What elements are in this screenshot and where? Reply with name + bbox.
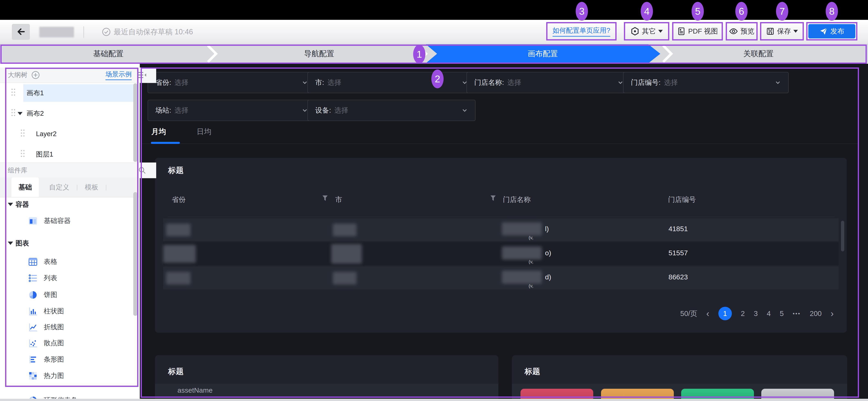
step-basic-config[interactable]: 基础配置 bbox=[0, 44, 217, 64]
annotation-badge-6: 6 bbox=[735, 2, 748, 21]
drag-handle-icon[interactable] bbox=[11, 109, 16, 118]
page-3[interactable]: 3 bbox=[754, 309, 757, 318]
page-5[interactable]: 5 bbox=[780, 309, 783, 318]
component-column-chart[interactable]: 柱状图 bbox=[0, 304, 139, 318]
tree-item-label: 画布2 bbox=[27, 109, 44, 118]
help-link[interactable]: 如何配置单页应用? bbox=[553, 26, 610, 37]
column-header-store-name[interactable]: 门店名称 bbox=[503, 195, 531, 205]
redaction-fragment: (v, bbox=[529, 283, 533, 288]
drag-handle-icon[interactable] bbox=[11, 88, 16, 98]
tree-item-layer1[interactable]: 图层1 bbox=[0, 146, 139, 163]
step-canvas-config-active[interactable]: 画布配置 bbox=[425, 44, 660, 64]
component-basic-container[interactable]: 基础容器 bbox=[0, 213, 139, 228]
component-scatter[interactable]: 散点图 bbox=[0, 336, 139, 350]
preview-button[interactable]: 预览 bbox=[728, 26, 755, 36]
column-header-province[interactable]: 省份 bbox=[172, 195, 186, 205]
floppy-save-icon bbox=[766, 27, 775, 36]
redacted-cell bbox=[333, 272, 356, 284]
prev-page-arrow[interactable]: ‹ bbox=[706, 308, 709, 319]
page-200[interactable]: 200 bbox=[810, 309, 822, 318]
table-scrollbar[interactable] bbox=[841, 221, 844, 251]
more-button[interactable]: 其它 bbox=[629, 26, 664, 36]
asset-name-label: assetName bbox=[178, 386, 213, 394]
tab-monthly-avg[interactable]: 月均 bbox=[151, 127, 166, 137]
filter-placeholder: 选择 bbox=[175, 106, 302, 115]
back-button[interactable] bbox=[12, 24, 30, 40]
help-link-annotation-box: 如何配置单页应用? bbox=[546, 22, 617, 40]
page-2[interactable]: 2 bbox=[741, 309, 745, 318]
filter-province[interactable]: 省份: 选择 bbox=[148, 72, 316, 93]
tree-item-layer2[interactable]: Layer2 bbox=[0, 125, 139, 143]
top-bar: 最近自动保存草稿 10:46 如何配置单页应用? 其它 PDF 视图 预览 bbox=[0, 20, 868, 44]
component-label: 基础容器 bbox=[44, 216, 71, 225]
save-label: 保存 bbox=[777, 27, 791, 36]
annotation-badge-2: 2 bbox=[431, 69, 444, 88]
pdf-document-icon bbox=[677, 27, 686, 36]
filter-funnel-icon[interactable] bbox=[490, 194, 496, 202]
filter-funnel-icon[interactable] bbox=[322, 194, 328, 202]
scene-example-link[interactable]: 场景示例 bbox=[105, 70, 132, 80]
save-button[interactable]: 保存 bbox=[765, 26, 799, 36]
section-container[interactable]: 容器 bbox=[0, 198, 139, 211]
page-1-active[interactable]: 1 bbox=[718, 307, 732, 320]
table-row[interactable]: d) (v, 86623 bbox=[163, 267, 839, 289]
column-header-city[interactable]: 市 bbox=[335, 195, 342, 205]
search-icon[interactable] bbox=[138, 166, 147, 175]
redacted-cell bbox=[333, 224, 356, 236]
status-button-row: 小时 维修 车辆 上链控 bbox=[512, 384, 847, 401]
next-page-arrow[interactable]: › bbox=[831, 308, 834, 319]
section-label: 容器 bbox=[16, 200, 29, 209]
column-header-store-number[interactable]: 门店编号 bbox=[668, 195, 696, 205]
filter-device[interactable]: 设备: 选择 bbox=[307, 100, 475, 121]
tree-item-canvas1[interactable]: 画布1 bbox=[0, 84, 139, 102]
collapse-list-icon[interactable] bbox=[137, 71, 147, 79]
add-canvas-icon[interactable] bbox=[31, 70, 40, 80]
annotation-badge-8: 8 bbox=[826, 2, 838, 21]
drag-handle-icon[interactable] bbox=[21, 129, 25, 139]
tree-item-label: 画布1 bbox=[27, 89, 44, 98]
component-line-chart[interactable]: 折线图 bbox=[0, 320, 139, 334]
chevron-down-icon bbox=[775, 80, 781, 86]
page-4[interactable]: 4 bbox=[767, 309, 771, 318]
chevron-down-icon bbox=[658, 30, 663, 33]
component-list[interactable]: 列表 bbox=[0, 271, 139, 285]
page-ellipsis[interactable]: ••• bbox=[793, 310, 801, 317]
caret-down-icon[interactable] bbox=[18, 112, 23, 115]
step-relation-config[interactable]: 关联配置 bbox=[675, 44, 842, 64]
filter-store-number[interactable]: 门店编号: 选择 bbox=[623, 72, 789, 93]
check-circle-icon bbox=[102, 27, 111, 36]
tab-daily-avg[interactable]: 日均 bbox=[197, 127, 211, 137]
save-annotation-box: 保存 bbox=[760, 22, 804, 40]
card-title: 标题 bbox=[168, 366, 184, 377]
component-label: 饼图 bbox=[44, 290, 57, 300]
drag-handle-icon[interactable] bbox=[21, 149, 25, 159]
filter-station[interactable]: 场站: 选择 bbox=[148, 100, 316, 121]
component-table[interactable]: 表格 bbox=[0, 254, 139, 269]
filter-city[interactable]: 市: 选择 bbox=[307, 72, 475, 93]
card-title: 标题 bbox=[168, 165, 184, 176]
table-row[interactable]: l) (v, 41851 bbox=[163, 218, 839, 241]
step-nav-config[interactable]: 导航配置 bbox=[217, 44, 421, 64]
filter-store-name[interactable]: 门店名称: 选择 bbox=[466, 72, 631, 93]
component-pie[interactable]: 饼图 bbox=[0, 287, 139, 302]
publish-button[interactable]: 发布 bbox=[808, 24, 855, 38]
scatter-icon bbox=[28, 338, 38, 349]
pdf-view-button[interactable]: PDF 视图 bbox=[676, 26, 719, 36]
tab-template[interactable]: 模板 bbox=[78, 177, 105, 197]
tree-item-canvas2[interactable]: 画布2 bbox=[0, 105, 139, 122]
library-scrollbar[interactable] bbox=[133, 192, 137, 316]
asset-name-row[interactable]: assetName bbox=[155, 384, 498, 397]
app-title-redacted bbox=[39, 27, 74, 37]
section-charts[interactable]: 图表 bbox=[0, 237, 139, 249]
filter-label: 门店名称: bbox=[474, 78, 504, 87]
section-label: 图表 bbox=[16, 239, 29, 248]
component-bar-chart[interactable]: 条形图 bbox=[0, 352, 139, 367]
step-separator-chevron bbox=[206, 44, 220, 63]
tab-basic[interactable]: 基础 bbox=[11, 177, 39, 197]
step-bar: 基础配置 导航配置 画布配置 关联配置 bbox=[0, 44, 868, 64]
tab-separator: | bbox=[76, 177, 78, 197]
table-row[interactable]: o) (v, 51557 bbox=[163, 242, 839, 265]
component-heatmap[interactable]: 热力图 bbox=[0, 368, 139, 383]
tree-scrollbar[interactable] bbox=[133, 83, 137, 162]
tab-custom[interactable]: 自定义 bbox=[42, 177, 76, 197]
